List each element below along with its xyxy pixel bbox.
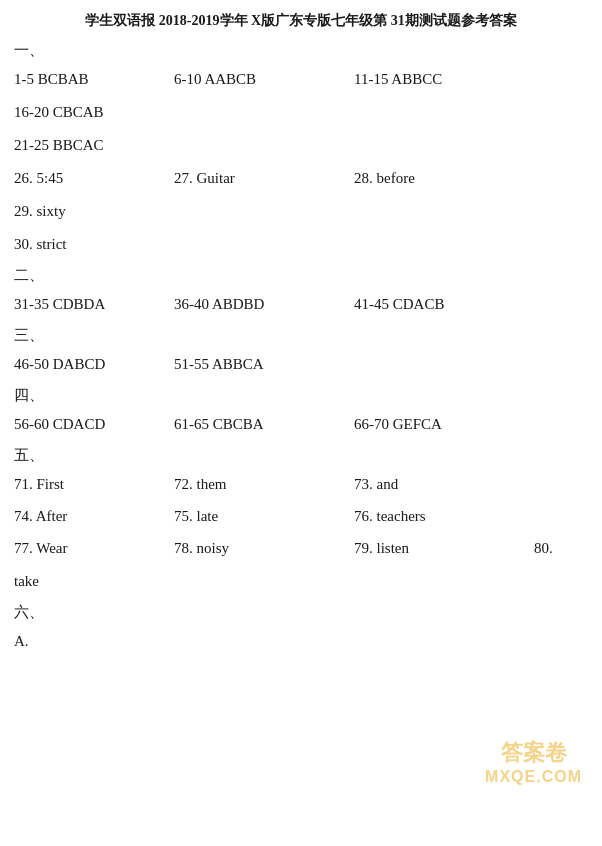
answer-cell: 41-45 CDACB [354,291,534,318]
answer-row: 74. After75. late76. teachers [14,503,588,530]
answer-row: 31-35 CDBDA36-40 ABDBD41-45 CDACB [14,291,588,318]
answer-cell: 26. 5:45 [14,165,174,192]
answer-cell: 61-65 CBCBA [174,411,354,438]
section-header-0: 一、 [14,41,588,60]
answer-cell: 51-55 ABBCA [174,351,354,378]
answer-line: A. [14,628,588,655]
section-header-1: 二、 [14,266,588,285]
answer-cell: 78. noisy [174,535,354,562]
section-header-4: 五、 [14,446,588,465]
answer-cell: 46-50 DABCD [14,351,174,378]
section-header-2: 三、 [14,326,588,345]
answer-row: 26. 5:4527. Guitar28. before [14,165,588,192]
answer-cell: 71. First [14,471,174,498]
answer-cell: 27. Guitar [174,165,354,192]
answer-cell: 6-10 AABCB [174,66,354,93]
answer-line: 30. strict [14,231,588,258]
section-header-5: 六、 [14,603,588,622]
answer-cell: 80. [534,535,553,562]
answer-cell: 66-70 GEFCA [354,411,534,438]
answer-cell: 36-40 ABDBD [174,291,354,318]
answer-cell: 72. them [174,471,354,498]
watermark: 答案卷 MXQE.COM [485,738,582,786]
answer-cell: 56-60 CDACD [14,411,174,438]
answer-row: 56-60 CDACD61-65 CBCBA66-70 GEFCA [14,411,588,438]
answer-line: 16-20 CBCAB [14,99,588,126]
watermark-bottom: MXQE.COM [485,768,582,786]
watermark-top: 答案卷 [485,738,582,768]
answer-line: 29. sixty [14,198,588,225]
answer-cell: 74. After [14,503,174,530]
answer-cell: 1-5 BCBAB [14,66,174,93]
answer-cell: 76. teachers [354,503,534,530]
answer-cell: 31-35 CDBDA [14,291,174,318]
answer-row: 46-50 DABCD51-55 ABBCA [14,351,588,378]
answer-row: 71. First72. them73. and [14,471,588,498]
section-header-3: 四、 [14,386,588,405]
answer-line: take [14,568,588,595]
page-title: 学生双语报 2018-2019学年 X版广东专版七年级第 31期测试题参考答案 [14,10,588,31]
answer-cell: 73. and [354,471,534,498]
answer-cell: 28. before [354,165,534,192]
answer-line: 21-25 BBCAC [14,132,588,159]
answer-cell: 79. listen [354,535,534,562]
answer-cell: 11-15 ABBCC [354,66,534,93]
answer-row: 1-5 BCBAB6-10 AABCB11-15 ABBCC [14,66,588,93]
answer-cell: 75. late [174,503,354,530]
answer-cell: 77. Wear [14,535,174,562]
answer-row: 77. Wear78. noisy79. listen80. [14,535,588,562]
